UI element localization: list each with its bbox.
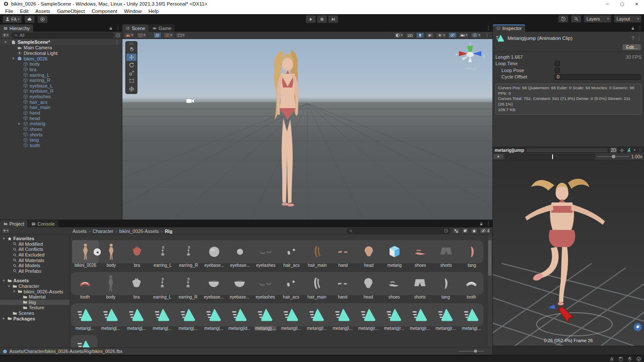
cycle-offset-field[interactable]: 0 (555, 74, 641, 80)
tree-item-All Prefabs[interactable]: All Prefabs (0, 268, 70, 274)
asset-grid[interactable]: bodybraearring_Learring_Reyebase...eyeba… (70, 235, 492, 347)
plastic-scm-button[interactable] (37, 15, 48, 23)
asset-metarig|...[interactable]: metarig|... (98, 303, 124, 334)
menu-window[interactable]: Window (121, 8, 145, 14)
scene-2d-toggle[interactable]: 2D (406, 32, 414, 38)
menu-help[interactable]: Help (145, 8, 162, 14)
asset-labels-button[interactable] (634, 323, 642, 331)
asset-metarig[interactable]: metarig (382, 240, 407, 271)
project-menu-icon[interactable] (486, 221, 491, 226)
asset-metarig|r...[interactable]: metarig|r... (355, 303, 381, 334)
scene-expander-icon[interactable] (3, 40, 8, 44)
hierarchy-item-metarig[interactable]: metarig (0, 121, 122, 127)
tree-item-Material[interactable]: Material (0, 294, 70, 300)
hierarchy-item-earring_L[interactable]: earring_L (0, 72, 122, 78)
asset-earring_L[interactable]: earring_L (150, 240, 176, 271)
asset-clip[interactable] (72, 335, 98, 347)
edit-button[interactable]: Edit... (622, 44, 641, 51)
tab-project[interactable]: Project (0, 220, 27, 227)
tree-item-All Materials[interactable]: All Materials (0, 257, 70, 263)
rotate-tool[interactable] (126, 61, 137, 69)
tree-item-Scenes[interactable]: Scenes (0, 311, 70, 316)
project-create-button[interactable]: + (2, 228, 10, 234)
play-button[interactable] (306, 15, 316, 23)
clip-menu-icon[interactable] (637, 36, 641, 41)
preview-speed-slider[interactable] (597, 156, 629, 157)
cloud-button[interactable] (24, 15, 35, 23)
asset-metarig|...[interactable]: metarig|... (124, 303, 149, 334)
asset-metarig|r...[interactable]: metarig|r... (407, 303, 433, 334)
expander-icon[interactable] (2, 279, 6, 283)
expander-icon[interactable] (2, 317, 6, 320)
rect-tool[interactable] (126, 77, 137, 85)
increment-snap-button[interactable] (176, 32, 186, 38)
asset-body[interactable]: body (98, 240, 124, 271)
layers-dropdown[interactable]: Layers (584, 15, 611, 23)
scene-lighting-toggle[interactable] (416, 32, 424, 38)
move-tool[interactable] (126, 54, 137, 61)
asset-bra[interactable]: bra (124, 272, 149, 303)
avatar-dropdown-icon[interactable]: ▾ (634, 148, 635, 152)
loop-pose-checkbox[interactable] (555, 68, 560, 73)
asset-earring_R[interactable]: earring_R (176, 240, 201, 271)
asset-eyebase...[interactable]: eyebase... (201, 272, 227, 303)
favorite-search-button[interactable] (471, 228, 478, 234)
asset-earring_L[interactable]: earring_L (149, 272, 175, 303)
camera-gizmo-icon[interactable] (184, 96, 197, 106)
tab-hierarchy[interactable]: Hierarchy (0, 24, 33, 32)
asset-tang[interactable]: tang (459, 240, 485, 271)
tree-item-Rig[interactable]: Rig (0, 300, 70, 305)
hierarchy-item-eyebase_R[interactable]: eyebase_R (0, 88, 122, 94)
lock-icon[interactable] (479, 222, 483, 226)
asset-hair_main[interactable]: hair_main (304, 240, 330, 271)
layout-dropdown[interactable]: Layout (614, 15, 641, 23)
shading-mode-dropdown[interactable] (394, 32, 404, 38)
collapse-subassets-button[interactable] (94, 248, 101, 256)
scene-menu-icon[interactable] (485, 33, 489, 38)
camera-overlay-dropdown[interactable] (459, 32, 469, 38)
debugger-disabled-icon[interactable] (609, 356, 614, 362)
pivot-icon[interactable] (620, 148, 624, 153)
scene-audio-toggle[interactable] (426, 32, 434, 38)
hidden-packages-toggle[interactable]: 4 (480, 228, 491, 234)
playhead[interactable] (552, 154, 553, 159)
hierarchy-item-head[interactable]: head (0, 115, 122, 121)
inspector-menu-icon[interactable] (638, 25, 642, 31)
scene-character[interactable] (258, 45, 318, 217)
hierarchy-item-hand[interactable]: hand (0, 110, 122, 116)
hierarchy-item-hair_acs[interactable]: hair_acs (0, 99, 122, 105)
tab-game[interactable]: Game (149, 24, 175, 32)
expander-icon[interactable] (12, 290, 16, 293)
asset-head[interactable]: head (356, 240, 382, 271)
hierarchy-item-shoes[interactable]: shoes (0, 127, 122, 132)
draw-mode-dropdown[interactable] (124, 32, 135, 38)
scrollbar-thumb[interactable] (488, 240, 492, 276)
hierarchy-search-input[interactable]: All (12, 33, 114, 38)
preview-drag-handle[interactable] (526, 149, 608, 152)
tools-drag-handle[interactable] (126, 42, 137, 45)
asset-body[interactable]: body (98, 272, 124, 303)
expander-icon[interactable] (7, 284, 11, 288)
hierarchy-menu-icon[interactable] (115, 25, 120, 31)
asset-metarig|r...[interactable]: metarig|r... (433, 303, 459, 334)
tree-item-All Models[interactable]: All Models (0, 263, 70, 268)
speed-slider-thumb[interactable] (612, 155, 615, 158)
menu-assets[interactable]: Assets (32, 8, 54, 14)
preview-header[interactable]: metarig|jump 2D ▾ (493, 147, 644, 153)
expander-icon[interactable] (11, 57, 15, 60)
search-by-label-button[interactable] (462, 228, 469, 234)
preview-2d-toggle[interactable]: 2D (610, 147, 618, 153)
tab-scene[interactable]: Scene (122, 24, 149, 32)
asset-bikini_0026[interactable]: bikini_0026 (73, 240, 98, 271)
asset-metarig|...[interactable]: metarig|... (175, 303, 201, 334)
asset-metarig|id...[interactable]: metarig|id... (227, 303, 252, 334)
expander-icon[interactable] (2, 237, 6, 241)
asset-eyelashes[interactable]: eyelashes (252, 272, 278, 303)
minimize-button[interactable] (600, 0, 615, 8)
pause-button[interactable] (317, 15, 327, 23)
asset-hair_main[interactable]: hair_main (304, 272, 330, 303)
asset-earring_R[interactable]: earring_R (175, 272, 201, 303)
preview-menu-icon[interactable] (638, 148, 642, 153)
tab-console[interactable]: Console (28, 220, 58, 227)
grid-visibility-button[interactable] (153, 32, 161, 38)
